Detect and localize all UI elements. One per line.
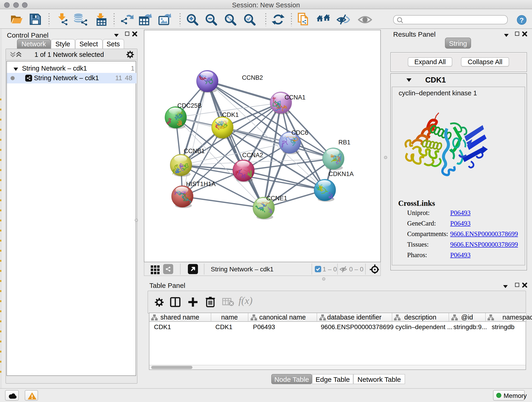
- svg-text:CCNB2: CCNB2: [242, 74, 263, 81]
- svg-text:CCNA1: CCNA1: [285, 94, 306, 101]
- svg-text:CCNB1: CCNB1: [184, 148, 205, 154]
- svg-text:RB1: RB1: [338, 139, 351, 146]
- svg-text:HIST1H1A: HIST1H1A: [186, 181, 215, 187]
- svg-text:?: ?: [520, 16, 524, 24]
- svg-text:CDKN1A: CDKN1A: [329, 171, 354, 177]
- svg-text:CDC6: CDC6: [291, 129, 308, 136]
- svg-text:CCNE1: CCNE1: [266, 195, 287, 202]
- svg-text:CDC25B: CDC25B: [177, 102, 202, 109]
- svg-text:CCNA2: CCNA2: [242, 152, 263, 159]
- svg-text:CDK1: CDK1: [222, 111, 239, 118]
